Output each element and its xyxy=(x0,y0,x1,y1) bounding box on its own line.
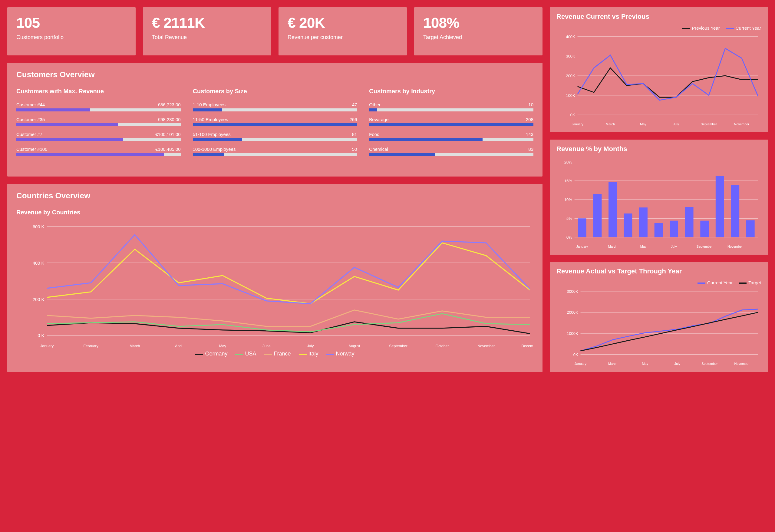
subsection-title: Customers with Max. Revenue xyxy=(16,88,181,95)
svg-rect-31 xyxy=(655,223,663,237)
svg-text:March: March xyxy=(130,344,140,348)
svg-text:September: September xyxy=(389,344,407,348)
chart-revenue-pct-by-months: Revenue % by Months 0%5%10%15%20%January… xyxy=(550,139,768,254)
bar-label: Customer #35 xyxy=(16,117,45,122)
customers-max-revenue: Customers with Max. Revenue Customer #44… xyxy=(16,88,181,161)
svg-text:July: July xyxy=(307,344,314,348)
section-title: Customers Overview xyxy=(16,70,534,79)
bar-value: 50 xyxy=(352,146,357,152)
bar-label: 100-1000 Employees xyxy=(193,146,236,152)
bar-track xyxy=(369,108,534,111)
legend-item: USA xyxy=(235,351,256,357)
legend-item: Target xyxy=(739,280,761,285)
bar-row: Customer #7€100,101.00 xyxy=(16,132,181,141)
bar-value: 83 xyxy=(528,146,534,152)
svg-text:3000K: 3000K xyxy=(567,289,578,294)
bar-value: 143 xyxy=(526,132,534,137)
bar-value: 47 xyxy=(352,102,357,107)
chart-canvas: 0K1000K2000K3000KJanuaryMarchMayJulySept… xyxy=(557,285,761,366)
chart-canvas: 0%5%10%15%20%JanuaryMarchMayJulySeptembe… xyxy=(557,156,761,249)
bar-row: Chemical83 xyxy=(369,146,534,156)
kpi-target-achieved: 108% Target Achieved xyxy=(414,7,543,55)
svg-text:10%: 10% xyxy=(564,197,572,202)
bar-label: Customer #100 xyxy=(16,146,48,152)
right-column: Revenue Current vs Previous Previous Yea… xyxy=(550,7,768,372)
svg-rect-26 xyxy=(578,218,586,237)
svg-text:October: October xyxy=(436,344,449,348)
svg-rect-35 xyxy=(716,176,724,237)
legend-item: Current Year xyxy=(698,280,733,285)
chart-title: Revenue by Countries xyxy=(16,209,534,216)
svg-text:February: February xyxy=(83,344,98,348)
svg-text:600 K: 600 K xyxy=(33,224,44,229)
bar-value: 10 xyxy=(528,102,534,107)
bar-label: 1-10 Employees xyxy=(193,102,225,107)
kpi-label: Total Revenue xyxy=(152,34,262,41)
svg-text:0K: 0K xyxy=(573,353,578,357)
bar-label: Customer #44 xyxy=(16,102,45,107)
svg-text:January: January xyxy=(576,245,588,248)
svg-rect-36 xyxy=(731,185,739,237)
kpi-revenue-per-customer: € 20K Revenue per customer xyxy=(278,7,407,55)
svg-text:20%: 20% xyxy=(564,160,572,164)
chart-title: Revenue Current vs Previous xyxy=(557,13,761,21)
customers-by-size: Customers by Size 1-10 Employees47 11-50… xyxy=(193,88,357,161)
bar-track xyxy=(193,123,357,126)
bar-value: 81 xyxy=(352,132,357,137)
bar-track xyxy=(16,123,181,126)
svg-text:January: January xyxy=(575,362,586,366)
chart-legend: GermanyUSAFranceItalyNorway xyxy=(16,351,534,357)
bar-row: Other10 xyxy=(369,102,534,111)
bar-row: Customer #35€98,230.00 xyxy=(16,117,181,126)
svg-text:2000K: 2000K xyxy=(567,310,578,315)
svg-text:May: May xyxy=(640,245,647,248)
kpi-value: 108% xyxy=(423,15,534,31)
svg-rect-34 xyxy=(700,221,709,237)
chart-canvas: 0K100K200K300K400KJanuaryMarchMayJulySep… xyxy=(557,31,761,127)
bar-row: 1-10 Employees47 xyxy=(193,102,357,111)
bar-track xyxy=(193,108,357,111)
kpi-label: Customers portfolio xyxy=(16,34,126,41)
svg-text:January: January xyxy=(40,344,54,348)
svg-text:15%: 15% xyxy=(564,179,572,183)
bar-track xyxy=(193,153,357,156)
kpi-customers: 105 Customers portfolio xyxy=(7,7,136,55)
svg-text:November: November xyxy=(734,122,750,126)
chart-title: Revenue % by Months xyxy=(557,145,761,153)
legend-item: Germany xyxy=(195,351,227,357)
bar-track xyxy=(16,138,181,141)
svg-text:September: September xyxy=(701,122,717,126)
kpi-value: € 2111K xyxy=(152,15,262,31)
svg-text:May: May xyxy=(640,122,646,126)
legend-item: Norway xyxy=(326,351,354,357)
svg-text:June: June xyxy=(262,344,271,348)
legend-item: Previous Year xyxy=(682,25,720,31)
legend-item: France xyxy=(264,351,291,357)
bar-track xyxy=(16,108,181,111)
kpi-value: 105 xyxy=(16,15,126,31)
bar-value: €100,101.00 xyxy=(155,132,180,137)
svg-rect-37 xyxy=(746,220,755,237)
svg-rect-28 xyxy=(609,182,617,237)
countries-overview: Countries Overview Revenue by Countries … xyxy=(7,184,543,372)
kpi-value: € 20K xyxy=(287,15,398,31)
svg-text:200 K: 200 K xyxy=(33,297,44,302)
svg-text:March: March xyxy=(608,245,617,248)
svg-text:November: November xyxy=(478,344,495,348)
bar-value: €100,485.00 xyxy=(155,146,180,152)
bar-label: 11-50 Employees xyxy=(193,117,228,122)
svg-text:May: May xyxy=(642,362,648,366)
bar-label: Bevarage xyxy=(369,117,389,122)
bar-row: Customer #44€86,723.00 xyxy=(16,102,181,111)
kpi-label: Revenue per customer xyxy=(287,34,398,41)
bar-label: Food xyxy=(369,132,379,137)
chart-legend: Current Year Target xyxy=(557,280,761,285)
svg-text:1000K: 1000K xyxy=(567,331,578,336)
bar-track xyxy=(369,153,534,156)
subsection-title: Customers by Size xyxy=(193,88,357,95)
svg-text:200K: 200K xyxy=(566,74,575,78)
bar-value: 266 xyxy=(349,117,357,122)
bar-row: 11-50 Employees266 xyxy=(193,117,357,126)
svg-text:November: November xyxy=(734,362,750,366)
chart-title: Revenue Actual vs Target Through Year xyxy=(557,268,761,275)
